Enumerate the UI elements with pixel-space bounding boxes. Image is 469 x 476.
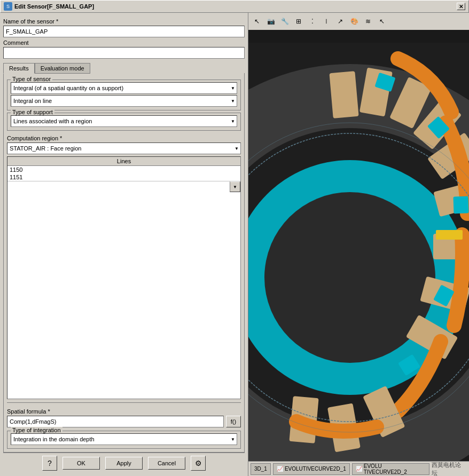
type-of-support-label: Type of support: [11, 109, 54, 115]
toolbar-strip: ↖ 📷 🔧 ⊞ ⁚ ⁞ ↗ 🎨 ≋ ↖: [248, 13, 469, 30]
support-type-wrapper[interactable]: Lines associated with a region: [11, 115, 237, 127]
integral-type-select[interactable]: Integral on line: [11, 95, 237, 107]
tab-evaluation-mode[interactable]: Evaluation mode: [35, 63, 90, 74]
type-of-sensor-label: Type of sensor: [11, 76, 52, 82]
sensor-type-wrapper[interactable]: Integral (of a spatial quantity on a sup…: [11, 82, 237, 94]
tab-results[interactable]: Results: [3, 63, 35, 74]
toolbar-arrow-icon[interactable]: ↖: [251, 15, 263, 28]
formula-row: f(): [7, 416, 241, 427]
help-icon[interactable]: ?: [42, 456, 57, 471]
watermark: 西莫电机论坛: [432, 461, 467, 477]
f0-button[interactable]: f(): [226, 416, 241, 427]
status-bar: 3D_1 📈 EVOLUTIVECURVE2D_1 📈 EVOLU TIVECU…: [248, 461, 469, 476]
close-button[interactable]: ✕: [457, 3, 465, 10]
title-bar-left: S Edit Sensor[F_SMALL_GAP]: [4, 2, 94, 11]
toolbar-lines-icon[interactable]: ≋: [362, 15, 374, 28]
formula-input[interactable]: [7, 416, 224, 427]
right-panel: ↖ 📷 🔧 ⊞ ⁚ ⁞ ↗ 🎨 ≋ ↖: [248, 13, 469, 476]
sensor-name-input[interactable]: [3, 26, 245, 37]
status-tab-curve2[interactable]: 📈 EVOLU TIVECURVE2D_2: [352, 463, 430, 475]
canvas-area: [248, 30, 469, 461]
integration-type-select[interactable]: Integration in the domain depth: [11, 433, 237, 445]
footer-bar: ? OK Apply Cancel ⚙: [3, 453, 245, 473]
apply-button[interactable]: Apply: [105, 457, 143, 470]
status-tab-curve1-label: EVOLUTIVECURVE2D_1: [285, 466, 346, 472]
status-tab-3d-label: 3D_1: [254, 466, 267, 472]
ok-button[interactable]: OK: [62, 457, 100, 470]
support-type-select[interactable]: Lines associated with a region: [11, 115, 237, 127]
status-tab-curve1-icon: 📈: [277, 466, 283, 472]
svg-rect-15: [453, 196, 468, 214]
computation-region-select[interactable]: STATOR_AIR : Face region: [7, 142, 241, 154]
toolbar-export-icon[interactable]: ↗: [334, 15, 347, 28]
sensor-name-label: Name of the sensor *: [3, 18, 245, 25]
type-of-sensor-group: Type of sensor Integral (of a spatial qu…: [7, 80, 241, 110]
type-of-integration-group: Type of integration Integration in the d…: [7, 431, 241, 449]
tab-content: Type of sensor Integral (of a spatial qu…: [3, 73, 245, 453]
status-tab-curve2-label: EVOLU TIVECURVE2D_2: [364, 463, 426, 475]
computation-region-label: Computation region *: [7, 135, 241, 141]
lines-table-header: Lines: [7, 157, 240, 166]
toolbar-color-icon[interactable]: 🎨: [348, 15, 361, 28]
title-bar: S Edit Sensor[F_SMALL_GAP] ✕: [0, 0, 469, 13]
toolbar-camera-icon[interactable]: 📷: [264, 15, 277, 28]
lines-row-1151: 1151: [7, 173, 240, 181]
computation-region-wrapper[interactable]: STATOR_AIR : Face region: [7, 142, 241, 154]
spatial-formula-label: Spatial formula *: [7, 408, 241, 415]
computation-region-container: Computation region * STATOR_AIR : Face r…: [7, 133, 241, 154]
toolbar-tool1-icon[interactable]: 🔧: [278, 15, 291, 28]
settings-icon[interactable]: ⚙: [191, 456, 206, 471]
lines-text-input[interactable]: [7, 181, 230, 192]
toolbar-scatter-icon[interactable]: ⁚: [306, 15, 319, 28]
toolbar-select-icon[interactable]: ↖: [376, 15, 388, 28]
lines-row-1150: 1150: [7, 166, 240, 173]
cancel-button[interactable]: Cancel: [148, 457, 185, 470]
status-tab-curve2-icon: 📈: [356, 466, 362, 472]
toolbar-grid-icon[interactable]: ⊞: [292, 15, 305, 28]
toolbar-scatter2-icon[interactable]: ⁞: [320, 15, 333, 28]
motor-visualization: [248, 30, 469, 461]
lines-table: Lines 1150 1151 ▼: [7, 156, 241, 399]
type-of-integration-label: Type of integration: [11, 427, 62, 433]
left-panel: Name of the sensor * Comment Results Eva…: [0, 13, 248, 476]
lines-input-row[interactable]: ▼: [7, 181, 240, 192]
status-tab-curve1[interactable]: 📈 EVOLUTIVECURVE2D_1: [273, 463, 350, 475]
window-icon: S: [4, 2, 12, 11]
window-title: Edit Sensor[F_SMALL_GAP]: [14, 3, 94, 10]
integration-type-wrapper[interactable]: Integration in the domain depth: [11, 433, 237, 445]
sensor-type-select[interactable]: Integral (of a spatial quantity on a sup…: [11, 82, 237, 94]
comment-input[interactable]: [3, 47, 245, 59]
svg-rect-18: [436, 230, 463, 240]
status-tab-3d[interactable]: 3D_1: [251, 463, 271, 475]
bottom-section: Spatial formula * f() Type of integratio…: [7, 402, 241, 449]
type-of-support-group: Type of support Lines associated with a …: [7, 113, 241, 131]
lines-dropdown-btn[interactable]: ▼: [230, 181, 240, 192]
tabs-container: Results Evaluation mode: [3, 63, 245, 74]
svg-rect-4: [329, 71, 358, 118]
integral-type-wrapper[interactable]: Integral on line: [11, 95, 237, 107]
comment-label: Comment: [3, 39, 245, 46]
